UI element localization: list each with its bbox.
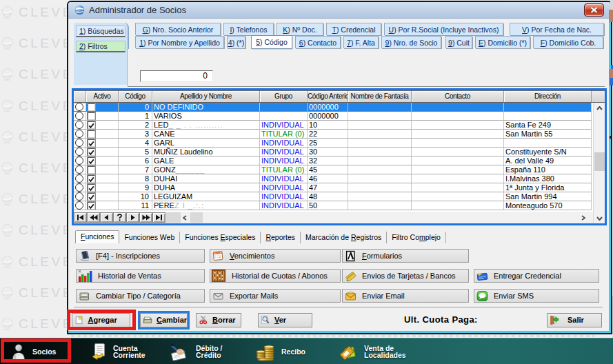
activo-checkbox[interactable] (86, 112, 119, 121)
search-tab-1[interactable]: G) Nro. Socio Anterior (135, 23, 221, 35)
row-radio[interactable] (74, 112, 86, 121)
column-header-radio[interactable] (74, 91, 86, 102)
nav-last-button[interactable] (152, 212, 165, 223)
function-button-historial-de-ventas[interactable]: Historial de Ventas (76, 269, 205, 283)
function-button-enviar-sms[interactable]: Enviar SMS (474, 289, 599, 303)
function-button-envios-de-tarjetas-bancos[interactable]: Envios de Tarjetas / Bancos (342, 269, 469, 283)
function-button-cambiar-tipo-categor-a[interactable]: Cambiar Tipo / Categoría (76, 289, 205, 303)
close-button[interactable] (584, 3, 604, 17)
scroll-up-icon[interactable] (596, 106, 603, 110)
column-header-c-digo-anterior[interactable]: Código Anterior (308, 91, 348, 102)
grid-row-8[interactable]: 8DUHAIINDIVIDUAL46I.Malvinas 380 (74, 174, 605, 183)
row-radio[interactable] (74, 103, 86, 112)
column-header-direcci-n[interactable]: Dirección (504, 91, 592, 102)
row-radio[interactable] (74, 165, 86, 174)
filter-tab-4[interactable]: 6) Contacto (295, 36, 341, 48)
taskbar-item-d-bito-cr-dito[interactable]: Débito /Crédito (169, 338, 223, 364)
search-tab-4[interactable]: T) Credencial (326, 23, 381, 35)
search-tab-2[interactable]: I) Telefonos (223, 23, 274, 35)
function-button-enviar-email[interactable]: Enviar Email (342, 289, 469, 303)
activo-checkbox[interactable] (86, 103, 119, 112)
row-radio[interactable] (74, 156, 86, 165)
filter-tab-2[interactable]: 4) (*) (227, 36, 245, 48)
function-tab-funciones[interactable]: Funciones (75, 230, 119, 243)
search-tab-5[interactable]: U) Por R.Social (Incluye Inactivos) (384, 23, 503, 35)
column-header-activo[interactable]: Activo (86, 91, 119, 102)
taskbar-item-venta-de-localidades[interactable]: Venta deLocalidades (339, 338, 406, 364)
filter-tab-6[interactable]: 9) Nro. de Socio (381, 36, 441, 48)
window-titlebar[interactable]: Administrador de Socios (68, 2, 611, 19)
activo-checkbox[interactable] (86, 192, 119, 201)
function-button-historial-de-cuotas-abonos[interactable]: Historial de Cuotas / Abonos (210, 269, 341, 283)
grid-row-4[interactable]: 4GARLINDIVIDUAL25 (74, 139, 605, 148)
salir-button[interactable]: Salir (547, 313, 602, 327)
function-button-exportar-mails[interactable]: Exportar Mails (210, 289, 341, 303)
row-radio[interactable] (74, 174, 86, 183)
vscroll-thumb[interactable] (594, 152, 605, 171)
grid-vertical-scrollbar[interactable] (593, 103, 605, 223)
column-header-grupo[interactable]: Grupo (260, 91, 308, 102)
search-tab-6[interactable]: V) Por Fecha de Nac. (510, 23, 604, 35)
function-tab-reportes[interactable]: Reportes (261, 232, 301, 243)
activo-checkbox[interactable] (86, 130, 119, 139)
row-radio[interactable] (74, 192, 86, 201)
column-header-nombre-de-fantas-a[interactable]: Nombre de Fantasía (348, 91, 412, 102)
hscroll-thumb[interactable] (190, 212, 203, 223)
activo-checkbox[interactable] (86, 139, 119, 148)
filter-tab-8[interactable]: E) Domicilio (*) (475, 36, 530, 48)
scroll-right-icon[interactable] (581, 215, 585, 221)
activo-checkbox[interactable] (86, 201, 119, 210)
column-header-c-digo[interactable]: Código (119, 91, 152, 102)
grid-row-9[interactable]: 9DUHAINDIVIDUAL471ª Junta y Florida (74, 183, 605, 192)
activo-checkbox[interactable] (86, 183, 119, 192)
function-button-vencimientos[interactable]: Vencimientos (210, 249, 341, 263)
row-radio[interactable] (74, 130, 86, 139)
grid-row-11[interactable]: 11PEREZ I _.:.:INDIVIDUAL50Monteagudo 57… (74, 201, 605, 210)
filter-tab-1[interactable]: 1) Por Nombre y Apellido (135, 36, 224, 48)
side-tab-busquedas[interactable]: 1) Búsquedas (76, 26, 125, 37)
function-tab-funciones-especiales[interactable]: Funciones Especiales (180, 232, 261, 243)
function-button-f4-inscripciones[interactable]: [F4] - Inscripciones (76, 249, 205, 263)
row-radio[interactable] (74, 201, 86, 210)
borrar-button[interactable]: Borrar (196, 313, 241, 327)
scroll-left-icon[interactable] (183, 215, 187, 221)
nav-help-button[interactable] (113, 212, 126, 223)
grid-row-1[interactable]: 1VARIOS0000000 (74, 112, 605, 121)
ver-button[interactable]: Ver (258, 313, 312, 327)
function-button-formularios[interactable]: Formularios (342, 249, 469, 263)
nav-next-button[interactable] (126, 212, 139, 223)
search-tab-3[interactable]: K) Nº Doc. (277, 23, 323, 35)
grid-row-0[interactable]: 0NO DEFINIDO0000000 (74, 103, 605, 112)
grid-row-7[interactable]: 7GONZ______TITULAR (0)45España 110 (74, 165, 605, 174)
function-tab-funciones-web[interactable]: Funciones Web (119, 232, 180, 243)
filter-tab-9[interactable]: F) Domicilio Cob. (533, 36, 603, 48)
nav-prev-button[interactable] (100, 212, 113, 223)
grid-row-10[interactable]: 10LEGUIZAMINDIVIDUAL48San Martin 994 (74, 192, 605, 201)
taskbar-item-recibo[interactable]: Recibo (256, 338, 305, 364)
filter-tab-3[interactable]: 5) Código (251, 35, 292, 49)
grid-row-5[interactable]: 5MUÑIZ LaudelinoINDIVIDUAL30Constituyent… (74, 148, 605, 156)
activo-checkbox[interactable] (86, 156, 119, 165)
taskbar-item-cuenta-corriente[interactable]: CuentaCorriente (90, 338, 145, 364)
function-button-entregar-credencial[interactable]: Entregar Credencial (474, 269, 599, 283)
codigo-input[interactable]: 0 (140, 70, 213, 82)
activo-checkbox[interactable] (86, 148, 119, 156)
nav-fast-next-button[interactable] (139, 212, 152, 223)
nav-fast-prev-button[interactable] (87, 212, 100, 223)
nav-first-button[interactable] (74, 212, 87, 223)
activo-checkbox[interactable] (86, 121, 119, 130)
row-radio[interactable] (74, 139, 86, 148)
grid-row-3[interactable]: 3CANETITULAR (0)22San Martin 55 (74, 130, 605, 139)
activo-checkbox[interactable] (86, 174, 119, 183)
column-header-apellido-y-nombre[interactable]: Apellido y Nombre (152, 91, 260, 102)
row-radio[interactable] (74, 148, 86, 156)
filter-tab-7[interactable]: 9) Cuit (445, 36, 472, 48)
scroll-down-icon[interactable] (596, 216, 603, 221)
grid-row-2[interactable]: 2LED_ _ . . ..........INDIVIDUAL10Santa … (74, 121, 605, 130)
function-tab-filtro-complejo[interactable]: Filtro Complejo (387, 232, 446, 243)
function-tab-marcaci-n-de-registros[interactable]: Marcación de Registros (301, 232, 387, 243)
row-radio[interactable] (74, 183, 86, 192)
grid-row-6[interactable]: 6GALEINDIVIDUAL32A. del Valle 49 (74, 156, 605, 165)
filter-tab-5[interactable]: 7) F. Alta (343, 36, 379, 48)
cambiar-button[interactable]: Cambiar (140, 313, 188, 327)
